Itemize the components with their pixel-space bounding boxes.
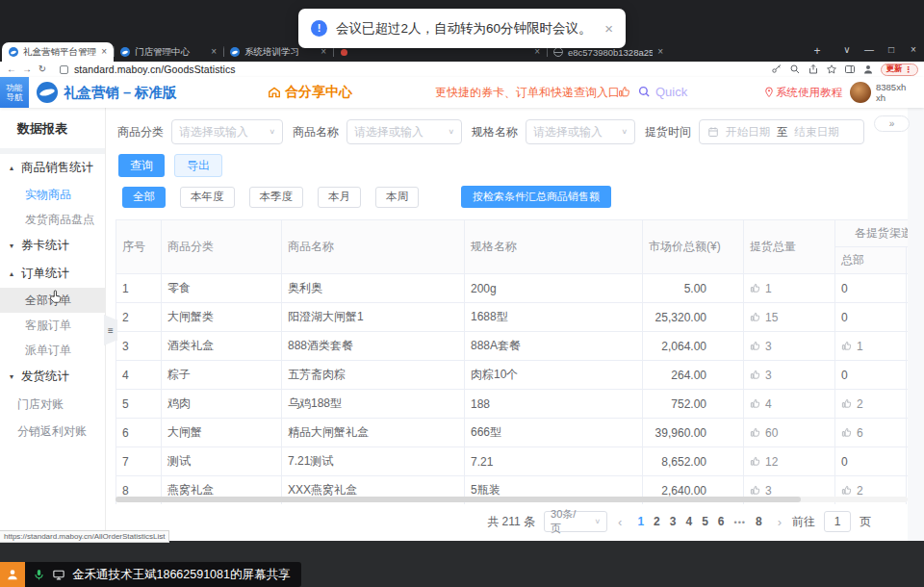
product-name-select[interactable]: 请选择或输入∨ bbox=[346, 119, 462, 144]
stats-table: 序号商品分类商品名称规格名称市场价总额(¥)提货总量各提货渠道总部门店 1零食奥… bbox=[116, 219, 908, 504]
window-controls: ∨ — □ × bbox=[840, 40, 920, 60]
tab-close-icon[interactable]: × bbox=[321, 47, 326, 57]
cell-category: 鸡肉 bbox=[162, 390, 282, 419]
sidebar-item-dispatch-orders[interactable]: 派单订单 bbox=[0, 338, 105, 363]
reload-button[interactable]: ↻ bbox=[35, 62, 50, 77]
page-number[interactable]: 6 bbox=[713, 515, 730, 528]
content-card: 商品分类请选择或输入∨商品名称请选择或输入∨规格名称请选择或输入∨提货时间开始日… bbox=[106, 108, 908, 541]
sidebar-item-order-stats[interactable]: ▴订单统计 bbox=[0, 260, 105, 288]
cell-store: 0 bbox=[906, 361, 908, 390]
select-placeholder: 请选择或输入 bbox=[179, 124, 263, 140]
new-tab-button[interactable]: + bbox=[809, 44, 825, 60]
share-pill[interactable]: 金禾通技术王斌18662591081的屏幕共享 bbox=[25, 562, 301, 587]
sidebar-item-store-reconciliation[interactable]: 门店对账 bbox=[0, 391, 105, 418]
cell-seq: 2 bbox=[116, 303, 162, 332]
product-category-select[interactable]: 请选择或输入∨ bbox=[171, 119, 283, 144]
summary-button[interactable]: 按检索条件汇总商品销售额 bbox=[461, 186, 611, 208]
bookmark-star-icon[interactable] bbox=[826, 64, 837, 75]
end-date-placeholder: 结束日期 bbox=[795, 125, 839, 140]
table-row[interactable]: 2大闸蟹类阳澄湖大闸蟹11688型25,320.00 1500 bbox=[116, 303, 909, 332]
pickup-quantity-icon bbox=[750, 398, 760, 409]
sidebar-item-goods-sales-stats[interactable]: ▴商品销售统计 bbox=[0, 154, 105, 182]
forward-button[interactable]: → bbox=[19, 62, 35, 77]
share-center-link[interactable]: 合分享中心 bbox=[268, 77, 352, 108]
screen-share-icon bbox=[52, 569, 65, 581]
quick-search-icon[interactable] bbox=[638, 86, 651, 98]
table-row[interactable]: 7测试7.21测试7.218,652.00 1200 bbox=[116, 447, 909, 476]
horizontal-scrollbar-track[interactable] bbox=[116, 497, 908, 502]
table-row[interactable]: 5鸡肉乌鸡188型188752.00 4 20 bbox=[116, 390, 909, 419]
tab-close-icon[interactable]: × bbox=[657, 47, 663, 57]
page-number[interactable]: 3 bbox=[665, 515, 681, 528]
sidebar-item-shipping-stats[interactable]: ▾发货统计 bbox=[0, 363, 105, 391]
screen: 礼盒营销平台管理中心×门店管理中心×系统培训学习××e8c573980b1328… bbox=[0, 0, 924, 587]
url-text[interactable]: standard.maboy.cn/GoodsStatistics bbox=[74, 64, 236, 75]
cell-hq-content: 1 bbox=[841, 340, 906, 353]
sidebar-item-distribution-rebate-reconciliation[interactable]: 分销返利对账 bbox=[0, 418, 105, 445]
chevron-down-icon: ∨ bbox=[448, 128, 454, 136]
range-tab-本周[interactable]: 本周 bbox=[375, 187, 419, 208]
window-close-button[interactable]: × bbox=[907, 40, 920, 60]
cell-category: 粽子 bbox=[162, 361, 282, 390]
sidebar-item-shipment-goods-inventory[interactable]: 发货商品盘点 bbox=[0, 207, 105, 232]
profile-icon[interactable] bbox=[862, 64, 874, 75]
back-button[interactable]: ← bbox=[4, 62, 19, 77]
window-maximize-button[interactable]: □ bbox=[885, 40, 898, 60]
filter-expand-button[interactable]: » bbox=[874, 115, 910, 132]
table-row[interactable]: 6大闸蟹精品大闸蟹礼盒666型39,960.00 60 60 bbox=[116, 419, 909, 447]
cell-spec: 666型 bbox=[465, 419, 643, 447]
next-page-button[interactable]: › bbox=[776, 515, 783, 529]
page-number[interactable]: 5 bbox=[697, 515, 713, 528]
query-button[interactable]: 查询 bbox=[118, 154, 165, 177]
pagination: 共 211 条 30条/页 ∨ ‹ 123456•••8 › 前往 页 bbox=[487, 510, 871, 533]
range-tab-全部[interactable]: 全部 bbox=[122, 187, 166, 208]
cell-pickup-total-content: 1 bbox=[750, 282, 834, 295]
prev-page-button[interactable]: ‹ bbox=[616, 515, 624, 529]
page-size-select[interactable]: 30条/页 ∨ bbox=[544, 511, 607, 532]
browser-tab[interactable]: 门店管理中心× bbox=[114, 42, 223, 62]
table-row[interactable]: 4粽子五芳斋肉粽肉粽10个264.00 300 bbox=[116, 361, 909, 390]
range-tab-本季度[interactable]: 本季度 bbox=[249, 187, 304, 208]
table-row[interactable]: 1零食奥利奥200g5.00 100 bbox=[116, 274, 909, 303]
window-minimize-button[interactable]: — bbox=[862, 40, 876, 60]
user-avatar[interactable] bbox=[850, 82, 871, 103]
horizontal-scrollbar-thumb[interactable] bbox=[116, 497, 801, 502]
pickup-quantity-icon bbox=[750, 485, 760, 496]
spec-name-select[interactable]: 请选择或输入∨ bbox=[526, 119, 635, 144]
table-row[interactable]: 3酒类礼盒888酒类套餐888A套餐2,064.00 3 1 bbox=[116, 332, 909, 361]
browser-tab[interactable]: 礼盒营销平台管理中心× bbox=[2, 42, 114, 62]
quick-label[interactable]: Quick bbox=[655, 77, 687, 108]
function-nav-toggle[interactable]: 功能 导航 bbox=[0, 77, 29, 108]
page-number[interactable]: 8 bbox=[751, 515, 767, 528]
toast-close-icon[interactable]: × bbox=[604, 20, 613, 37]
sidebar-item-service-orders[interactable]: 客服订单 bbox=[0, 313, 105, 338]
cell-store bbox=[906, 332, 908, 361]
date-range-input[interactable]: 开始日期至结束日期 bbox=[699, 119, 864, 144]
page-number[interactable]: 1 bbox=[632, 515, 649, 528]
header-row-1: 序号商品分类商品名称规格名称市场价总额(¥)提货总量各提货渠道 bbox=[116, 220, 909, 247]
zoom-icon[interactable] bbox=[789, 64, 801, 75]
page-number[interactable]: 2 bbox=[649, 515, 665, 528]
tab-close-icon[interactable]: × bbox=[211, 47, 217, 57]
tab-close-icon[interactable]: × bbox=[101, 47, 107, 57]
column-header: 市场价总额(¥) bbox=[643, 220, 744, 274]
site-info-icon[interactable] bbox=[60, 65, 68, 74]
sidebar-item-coupon-card-stats[interactable]: ▾券卡统计 bbox=[0, 232, 105, 260]
side-panel-icon[interactable] bbox=[844, 64, 856, 75]
tab-search-chevron-icon[interactable]: ∨ bbox=[840, 40, 854, 60]
password-key-icon[interactable] bbox=[771, 64, 783, 75]
cell-hq-content: 2 bbox=[841, 397, 906, 411]
range-tab-本年度[interactable]: 本年度 bbox=[180, 187, 235, 208]
sidebar-item-label: 实物商品 bbox=[25, 187, 71, 203]
share-icon[interactable] bbox=[808, 64, 819, 75]
browser-menu-icon[interactable]: ⋮ bbox=[905, 64, 913, 74]
sidebar-item-physical-goods[interactable]: 实物商品 bbox=[0, 182, 105, 207]
export-button[interactable]: 导出 bbox=[174, 154, 222, 177]
goto-page-input[interactable] bbox=[824, 511, 851, 532]
tab-close-icon[interactable]: × bbox=[534, 47, 540, 57]
tutorial-link[interactable]: 系统使用教程 bbox=[776, 77, 842, 108]
range-tab-本月[interactable]: 本月 bbox=[318, 187, 361, 208]
update-button[interactable]: 更新 ⋮ bbox=[881, 64, 919, 76]
goto-label: 前往 bbox=[792, 514, 815, 530]
page-number[interactable]: 4 bbox=[680, 515, 697, 528]
